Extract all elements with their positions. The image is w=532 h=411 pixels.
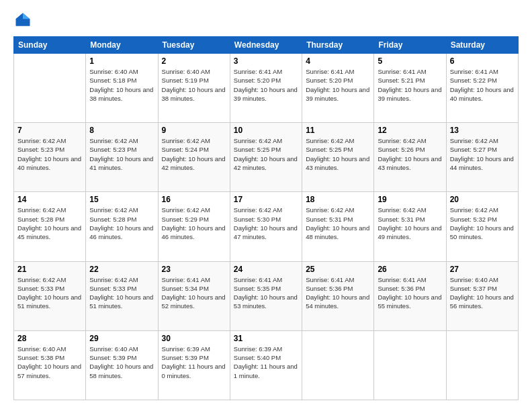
day-info: Sunrise: 6:41 AMSunset: 5:35 PMDaylight:… — [234, 275, 298, 311]
day-number: 21 — [17, 265, 82, 274]
col-header-tuesday: Tuesday — [158, 37, 230, 54]
calendar-body: 1Sunrise: 6:40 AMSunset: 5:18 PMDaylight… — [14, 54, 519, 400]
day-number: 22 — [89, 265, 154, 274]
svg-marker-2 — [16, 13, 24, 19]
day-number: 5 — [378, 56, 442, 66]
day-info: Sunrise: 6:42 AMSunset: 5:31 PMDaylight:… — [306, 205, 370, 241]
day-info: Sunrise: 6:42 AMSunset: 5:26 PMDaylight:… — [378, 136, 442, 172]
calendar-cell: 8Sunrise: 6:42 AMSunset: 5:23 PMDaylight… — [86, 123, 158, 192]
calendar-cell — [302, 330, 374, 400]
calendar-header: SundayMondayTuesdayWednesdayThursdayFrid… — [14, 37, 519, 54]
day-info: Sunrise: 6:42 AMSunset: 5:30 PMDaylight:… — [234, 205, 298, 241]
day-number: 17 — [234, 195, 298, 204]
day-info: Sunrise: 6:40 AMSunset: 5:38 PMDaylight:… — [17, 345, 82, 380]
day-number: 4 — [306, 56, 370, 66]
calendar-cell: 28Sunrise: 6:40 AMSunset: 5:38 PMDayligh… — [14, 330, 86, 400]
day-info: Sunrise: 6:41 AMSunset: 5:22 PMDaylight:… — [450, 67, 515, 103]
day-info: Sunrise: 6:42 AMSunset: 5:28 PMDaylight:… — [89, 205, 154, 241]
calendar-table: SundayMondayTuesdayWednesdayThursdayFrid… — [13, 36, 519, 400]
page: SundayMondayTuesdayWednesdayThursdayFrid… — [0, 0, 532, 411]
calendar-cell: 25Sunrise: 6:41 AMSunset: 5:36 PMDayligh… — [302, 261, 374, 330]
day-number: 30 — [162, 334, 226, 343]
day-number: 1 — [89, 56, 154, 66]
day-info: Sunrise: 6:42 AMSunset: 5:29 PMDaylight:… — [162, 205, 226, 241]
calendar-cell: 12Sunrise: 6:42 AMSunset: 5:26 PMDayligh… — [374, 123, 446, 192]
calendar-cell: 14Sunrise: 6:42 AMSunset: 5:28 PMDayligh… — [14, 192, 86, 261]
header-row: SundayMondayTuesdayWednesdayThursdayFrid… — [14, 37, 519, 54]
day-info: Sunrise: 6:41 AMSunset: 5:36 PMDaylight:… — [378, 275, 442, 311]
day-number: 3 — [234, 56, 298, 66]
col-header-friday: Friday — [374, 37, 446, 54]
day-number: 31 — [234, 334, 298, 343]
col-header-monday: Monday — [86, 37, 158, 54]
calendar-cell: 15Sunrise: 6:42 AMSunset: 5:28 PMDayligh… — [86, 192, 158, 261]
day-info: Sunrise: 6:42 AMSunset: 5:25 PMDaylight:… — [306, 136, 370, 172]
day-number: 2 — [162, 56, 226, 66]
day-info: Sunrise: 6:40 AMSunset: 5:37 PMDaylight:… — [450, 275, 515, 311]
calendar-cell — [374, 330, 446, 400]
calendar-cell: 1Sunrise: 6:40 AMSunset: 5:18 PMDaylight… — [86, 54, 158, 123]
calendar-cell: 18Sunrise: 6:42 AMSunset: 5:31 PMDayligh… — [302, 192, 374, 261]
calendar-cell: 27Sunrise: 6:40 AMSunset: 5:37 PMDayligh… — [446, 261, 518, 330]
day-number: 23 — [162, 265, 226, 274]
day-info: Sunrise: 6:40 AMSunset: 5:18 PMDaylight:… — [89, 67, 154, 103]
day-number: 6 — [450, 56, 515, 66]
calendar-cell: 10Sunrise: 6:42 AMSunset: 5:25 PMDayligh… — [230, 123, 302, 192]
day-number: 26 — [378, 265, 442, 274]
calendar-cell: 17Sunrise: 6:42 AMSunset: 5:30 PMDayligh… — [230, 192, 302, 261]
calendar-cell — [446, 330, 518, 400]
calendar-cell: 24Sunrise: 6:41 AMSunset: 5:35 PMDayligh… — [230, 261, 302, 330]
col-header-thursday: Thursday — [302, 37, 374, 54]
day-number: 13 — [450, 126, 515, 135]
calendar-cell: 11Sunrise: 6:42 AMSunset: 5:25 PMDayligh… — [302, 123, 374, 192]
calendar-cell: 3Sunrise: 6:41 AMSunset: 5:20 PMDaylight… — [230, 54, 302, 123]
calendar-cell: 9Sunrise: 6:42 AMSunset: 5:24 PMDaylight… — [158, 123, 230, 192]
day-info: Sunrise: 6:41 AMSunset: 5:34 PMDaylight:… — [162, 275, 226, 311]
day-number: 16 — [162, 195, 226, 204]
day-info: Sunrise: 6:40 AMSunset: 5:39 PMDaylight:… — [89, 345, 154, 380]
week-row-1: 7Sunrise: 6:42 AMSunset: 5:23 PMDaylight… — [14, 123, 519, 192]
calendar-cell: 31Sunrise: 6:39 AMSunset: 5:40 PMDayligh… — [230, 330, 302, 400]
day-info: Sunrise: 6:42 AMSunset: 5:31 PMDaylight:… — [378, 205, 442, 241]
day-number: 9 — [162, 126, 226, 135]
day-number: 14 — [17, 195, 82, 204]
day-info: Sunrise: 6:41 AMSunset: 5:20 PMDaylight:… — [234, 67, 298, 103]
day-info: Sunrise: 6:40 AMSunset: 5:19 PMDaylight:… — [162, 67, 226, 103]
day-number: 27 — [450, 265, 515, 274]
calendar-cell: 5Sunrise: 6:41 AMSunset: 5:21 PMDaylight… — [374, 54, 446, 123]
week-row-3: 21Sunrise: 6:42 AMSunset: 5:33 PMDayligh… — [14, 261, 519, 330]
day-number: 10 — [234, 126, 298, 135]
header — [13, 11, 519, 30]
calendar-cell: 26Sunrise: 6:41 AMSunset: 5:36 PMDayligh… — [374, 261, 446, 330]
day-info: Sunrise: 6:42 AMSunset: 5:25 PMDaylight:… — [234, 136, 298, 172]
week-row-2: 14Sunrise: 6:42 AMSunset: 5:28 PMDayligh… — [14, 192, 519, 261]
day-info: Sunrise: 6:39 AMSunset: 5:40 PMDaylight:… — [234, 345, 298, 380]
calendar-cell: 21Sunrise: 6:42 AMSunset: 5:33 PMDayligh… — [14, 261, 86, 330]
day-info: Sunrise: 6:42 AMSunset: 5:32 PMDaylight:… — [450, 205, 515, 241]
day-info: Sunrise: 6:42 AMSunset: 5:27 PMDaylight:… — [450, 136, 515, 172]
svg-marker-1 — [23, 13, 30, 19]
calendar-cell: 7Sunrise: 6:42 AMSunset: 5:23 PMDaylight… — [14, 123, 86, 192]
week-row-0: 1Sunrise: 6:40 AMSunset: 5:18 PMDaylight… — [14, 54, 519, 123]
day-number: 25 — [306, 265, 370, 274]
logo-icon — [13, 11, 32, 30]
calendar-cell: 30Sunrise: 6:39 AMSunset: 5:39 PMDayligh… — [158, 330, 230, 400]
day-number: 20 — [450, 195, 515, 204]
day-number: 7 — [17, 126, 82, 135]
day-info: Sunrise: 6:42 AMSunset: 5:23 PMDaylight:… — [17, 136, 82, 172]
col-header-saturday: Saturday — [446, 37, 518, 54]
day-info: Sunrise: 6:42 AMSunset: 5:23 PMDaylight:… — [89, 136, 154, 172]
day-info: Sunrise: 6:42 AMSunset: 5:33 PMDaylight:… — [89, 275, 154, 311]
logo — [13, 11, 35, 30]
calendar-cell: 13Sunrise: 6:42 AMSunset: 5:27 PMDayligh… — [446, 123, 518, 192]
calendar-cell: 16Sunrise: 6:42 AMSunset: 5:29 PMDayligh… — [158, 192, 230, 261]
day-info: Sunrise: 6:41 AMSunset: 5:36 PMDaylight:… — [306, 275, 370, 311]
calendar-cell: 2Sunrise: 6:40 AMSunset: 5:19 PMDaylight… — [158, 54, 230, 123]
calendar-cell: 6Sunrise: 6:41 AMSunset: 5:22 PMDaylight… — [446, 54, 518, 123]
day-number: 11 — [306, 126, 370, 135]
calendar-cell: 4Sunrise: 6:41 AMSunset: 5:20 PMDaylight… — [302, 54, 374, 123]
calendar-cell: 22Sunrise: 6:42 AMSunset: 5:33 PMDayligh… — [86, 261, 158, 330]
day-number: 12 — [378, 126, 442, 135]
calendar-cell: 19Sunrise: 6:42 AMSunset: 5:31 PMDayligh… — [374, 192, 446, 261]
week-row-4: 28Sunrise: 6:40 AMSunset: 5:38 PMDayligh… — [14, 330, 519, 400]
